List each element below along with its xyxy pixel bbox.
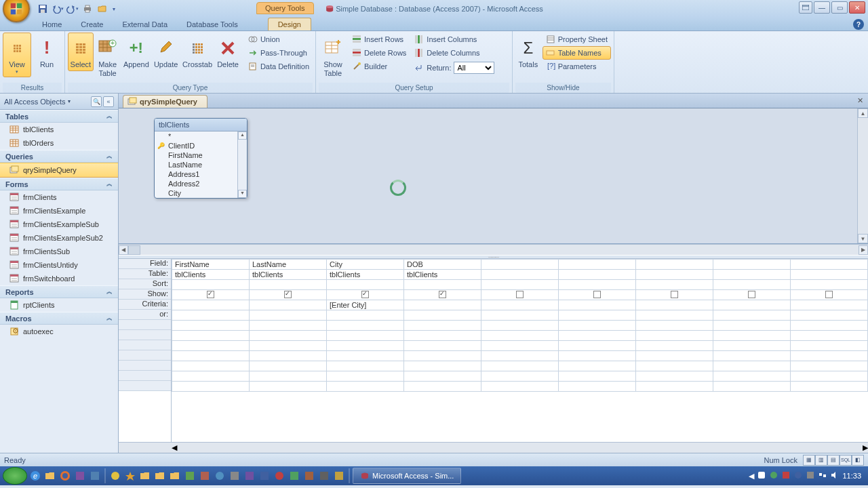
grid-cell[interactable] (172, 321, 250, 331)
grid-cell[interactable] (481, 382, 559, 392)
field-city[interactable]: City (155, 188, 247, 198)
grid-cell[interactable] (172, 361, 250, 371)
scroll-right-icon[interactable]: ▶ (863, 443, 868, 452)
grid-cell-show[interactable] (559, 290, 636, 300)
grid-cell[interactable] (559, 310, 636, 321)
scroll-up-icon[interactable]: ▲ (238, 131, 247, 140)
nav-item-frmclientssub[interactable]: frmClientsSub (0, 245, 118, 258)
grid-cell[interactable] (327, 371, 404, 382)
relationship-pane[interactable]: tblClients * 🔑ClientID FirstName LastNam… (119, 108, 868, 244)
taskbar-explorer-icon[interactable] (43, 469, 57, 483)
nav-search-icon[interactable]: 🔍 (91, 96, 102, 107)
taskbar-app-icon[interactable] (213, 469, 226, 483)
checkbox-icon[interactable] (516, 291, 524, 298)
grid-cell[interactable] (481, 331, 559, 341)
scroll-down-icon[interactable]: ▼ (858, 234, 868, 243)
crosstab-button[interactable]: Crosstab (181, 33, 214, 71)
grid-cell[interactable] (250, 310, 327, 321)
view-pivottable-icon[interactable]: ▥ (815, 455, 827, 466)
taskbar-folder-icon[interactable] (168, 469, 182, 483)
view-sql-icon[interactable]: SQL (840, 455, 852, 466)
grid-cell[interactable] (250, 331, 327, 341)
grid-cell-show[interactable] (404, 290, 481, 300)
horizontal-scrollbar[interactable]: ◀▶ (119, 244, 868, 255)
close-button[interactable]: ✕ (849, 1, 865, 14)
minimize-button[interactable]: — (814, 1, 830, 14)
grid-cell[interactable] (791, 321, 868, 331)
nav-item-frmclientsexample[interactable]: frmClientsExample (0, 204, 118, 218)
grid-cell[interactable] (404, 371, 481, 382)
field-address2[interactable]: Address2 (155, 179, 247, 188)
grid-cell[interactable] (481, 361, 559, 371)
checkbox-icon[interactable] (361, 291, 369, 298)
grid-cell[interactable] (713, 371, 791, 382)
grid-cell[interactable] (713, 260, 791, 270)
grid-cell[interactable] (404, 382, 481, 392)
grid-cell-show[interactable] (636, 290, 713, 300)
grid-cell[interactable] (559, 382, 636, 392)
grid-cell[interactable] (481, 310, 559, 321)
grid-cell[interactable] (713, 341, 791, 351)
grid-cell-sort[interactable] (327, 280, 404, 290)
maximize-button[interactable]: ▭ (831, 1, 848, 14)
scroll-down-icon[interactable]: ▼ (238, 190, 247, 198)
grid-cell[interactable] (481, 321, 559, 331)
taskbar-app-icon[interactable] (88, 469, 102, 483)
grid-cell[interactable] (791, 270, 868, 280)
grid-cell[interactable] (327, 341, 404, 351)
grid-cell[interactable] (636, 371, 713, 382)
grid-cell-sort[interactable] (404, 280, 481, 290)
taskbar-task-access[interactable]: Microsoft Access - Sim... (353, 468, 461, 484)
grid-cell[interactable] (327, 361, 404, 371)
grid-cell[interactable] (791, 310, 868, 321)
grid-cell[interactable] (481, 260, 559, 270)
grid-cell[interactable] (713, 382, 791, 392)
grid-cell-sort[interactable] (172, 280, 250, 290)
delete-rows-button[interactable]: Delete Rows (349, 46, 410, 60)
checkbox-icon[interactable] (593, 291, 601, 298)
nav-item-rptclients[interactable]: rptClients (0, 298, 118, 312)
grid-cell[interactable] (250, 382, 327, 392)
grid-cell[interactable] (636, 361, 713, 371)
scroll-up-icon[interactable]: ▲ (858, 108, 868, 118)
grid-cell[interactable] (250, 361, 327, 371)
nav-item-autoexec[interactable]: ⚙autoexec (0, 325, 118, 338)
start-button[interactable] (3, 467, 27, 485)
grid-cell[interactable] (327, 351, 404, 361)
view-datasheet-icon[interactable]: ▦ (803, 455, 815, 466)
table-field-list-title[interactable]: tblClients (155, 119, 247, 131)
grid-cell[interactable] (172, 310, 250, 321)
grid-cell[interactable] (791, 371, 868, 382)
grid-cell[interactable] (559, 351, 636, 361)
union-button[interactable]: Union (245, 33, 313, 46)
grid-cell[interactable] (713, 361, 791, 371)
taskbar-app-icon[interactable] (332, 469, 346, 483)
grid-cell[interactable] (636, 300, 713, 310)
show-table-button[interactable]: Show Table (319, 33, 347, 80)
update-button[interactable]: Update (152, 33, 180, 71)
taskbar-app-icon[interactable] (198, 469, 212, 483)
document-tab[interactable]: qrySimpleQuery (123, 95, 208, 108)
grid-cell[interactable] (250, 371, 327, 382)
grid-cell[interactable] (791, 361, 868, 371)
nav-item-tblorders[interactable]: tblOrders (0, 136, 118, 150)
taskbar-app-icon[interactable] (273, 469, 286, 483)
grid-cell[interactable] (559, 361, 636, 371)
field-lastname[interactable]: LastName (155, 160, 247, 169)
grid-cell[interactable] (636, 321, 713, 331)
nav-item-qrysimplequery[interactable]: qrySimpleQuery (0, 163, 118, 178)
grid-cell[interactable] (791, 351, 868, 361)
grid-cell[interactable] (327, 331, 404, 341)
nav-section-reports[interactable]: Reports︽ (0, 285, 118, 298)
grid-cell[interactable] (404, 361, 481, 371)
nav-item-frmclientsexamplesub[interactable]: frmClientsExampleSub (0, 218, 118, 231)
grid-cell-show[interactable] (791, 290, 868, 300)
insert-cols-button[interactable]: Insert Columns (411, 33, 498, 46)
tray-icon[interactable] (793, 470, 803, 481)
data-definition-button[interactable]: Data Definition (245, 60, 313, 73)
nav-item-frmclientsuntidy[interactable]: frmClientsUntidy (0, 258, 118, 272)
grid-cell[interactable] (559, 270, 636, 280)
grid-cell[interactable] (172, 382, 250, 392)
grid-cell[interactable] (481, 341, 559, 351)
checkbox-icon[interactable] (207, 291, 214, 298)
